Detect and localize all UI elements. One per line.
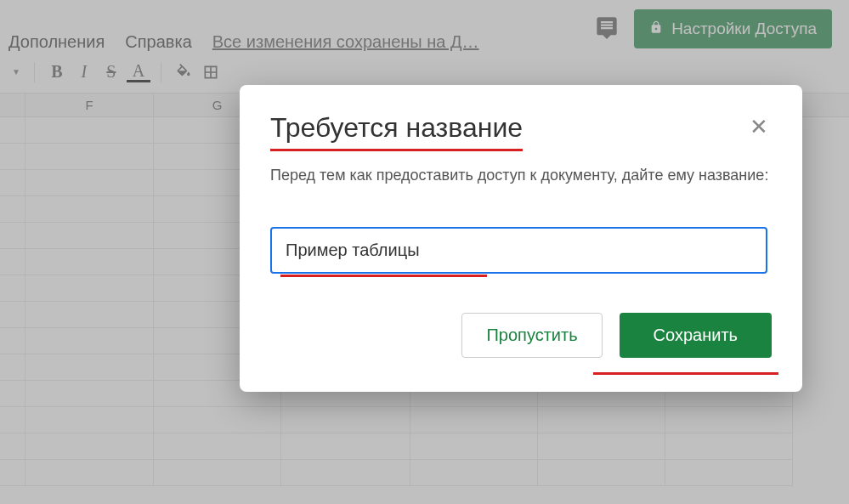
skip-button[interactable]: Пропустить (461, 313, 602, 358)
modal-header: Требуется название ✕ (270, 112, 772, 151)
name-required-modal: Требуется название ✕ Перед тем как предо… (240, 85, 802, 392)
save-button[interactable]: Сохранить (620, 313, 772, 358)
document-name-input[interactable] (270, 227, 767, 274)
annotation-underline (280, 275, 487, 277)
close-icon[interactable]: ✕ (746, 112, 772, 141)
modal-title: Требуется название (270, 112, 523, 151)
modal-description: Перед тем как предоставить доступ к доку… (270, 167, 772, 184)
annotation-underline (593, 372, 778, 375)
modal-buttons: Пропустить Сохранить (270, 313, 772, 358)
